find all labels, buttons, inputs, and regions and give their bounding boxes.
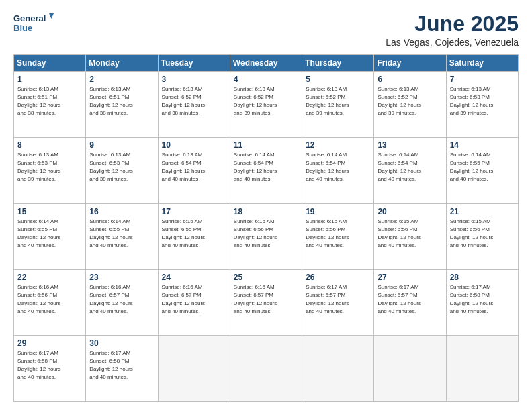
day-info: Sunrise: 6:13 AMSunset: 6:53 PMDaylight:…	[450, 85, 515, 118]
day-number: 18	[234, 207, 298, 216]
day-number: 6	[378, 75, 442, 84]
day-number: 5	[306, 75, 370, 84]
day-info: Sunrise: 6:13 AMSunset: 6:52 PMDaylight:…	[306, 85, 370, 118]
calendar-title: June 2025	[386, 12, 519, 36]
day-info: Sunrise: 6:13 AMSunset: 6:52 PMDaylight:…	[162, 85, 226, 118]
day-info: Sunrise: 6:17 AMSunset: 6:58 PMDaylight:…	[89, 349, 154, 381]
day-number: 4	[234, 75, 298, 84]
day-info: Sunrise: 6:16 AMSunset: 6:57 PMDaylight:…	[162, 283, 226, 316]
calendar-cell	[374, 335, 446, 401]
day-number: 24	[162, 273, 226, 282]
calendar-cell	[158, 335, 230, 401]
calendar-cell: 19Sunrise: 6:15 AMSunset: 6:56 PMDayligh…	[302, 203, 374, 269]
svg-text:Blue: Blue	[13, 23, 32, 33]
day-info: Sunrise: 6:13 AMSunset: 6:54 PMDaylight:…	[162, 151, 226, 183]
calendar-table: Sunday Monday Tuesday Wednesday Thursday…	[13, 54, 519, 402]
day-info: Sunrise: 6:15 AMSunset: 6:56 PMDaylight:…	[234, 218, 298, 250]
day-info: Sunrise: 6:17 AMSunset: 6:57 PMDaylight:…	[306, 283, 370, 316]
col-wednesday: Wednesday	[230, 55, 302, 72]
calendar-cell: 1Sunrise: 6:13 AMSunset: 6:51 PMDaylight…	[14, 72, 86, 138]
day-number: 27	[378, 273, 442, 282]
day-number: 2	[89, 75, 154, 84]
calendar-cell: 29Sunrise: 6:17 AMSunset: 6:58 PMDayligh…	[14, 335, 86, 401]
calendar-cell: 28Sunrise: 6:17 AMSunset: 6:58 PMDayligh…	[446, 269, 518, 335]
calendar-cell: 24Sunrise: 6:16 AMSunset: 6:57 PMDayligh…	[158, 269, 230, 335]
calendar-page: General Blue June 2025 Las Vegas, Cojede…	[0, 0, 532, 411]
day-info: Sunrise: 6:14 AMSunset: 6:55 PMDaylight:…	[450, 151, 515, 183]
calendar-cell: 15Sunrise: 6:14 AMSunset: 6:55 PMDayligh…	[14, 203, 86, 269]
calendar-cell: 8Sunrise: 6:13 AMSunset: 6:53 PMDaylight…	[14, 138, 86, 203]
calendar-cell: 11Sunrise: 6:14 AMSunset: 6:54 PMDayligh…	[230, 138, 302, 203]
calendar-cell: 27Sunrise: 6:17 AMSunset: 6:57 PMDayligh…	[374, 269, 446, 335]
day-info: Sunrise: 6:16 AMSunset: 6:57 PMDaylight:…	[234, 283, 298, 316]
day-number: 11	[234, 140, 298, 150]
day-info: Sunrise: 6:14 AMSunset: 6:54 PMDaylight:…	[378, 151, 442, 183]
calendar-cell: 7Sunrise: 6:13 AMSunset: 6:53 PMDaylight…	[446, 72, 518, 138]
day-number: 15	[17, 207, 82, 216]
calendar-cell: 9Sunrise: 6:13 AMSunset: 6:53 PMDaylight…	[86, 138, 158, 203]
day-number: 8	[17, 140, 82, 150]
day-number: 28	[450, 273, 515, 282]
day-number: 22	[17, 273, 82, 282]
day-number: 1	[17, 75, 82, 84]
day-number: 29	[17, 338, 82, 348]
calendar-cell: 22Sunrise: 6:16 AMSunset: 6:56 PMDayligh…	[14, 269, 86, 335]
calendar-cell: 5Sunrise: 6:13 AMSunset: 6:52 PMDaylight…	[302, 72, 374, 138]
calendar-cell: 3Sunrise: 6:13 AMSunset: 6:52 PMDaylight…	[158, 72, 230, 138]
title-block: June 2025 Las Vegas, Cojedes, Venezuela	[386, 12, 519, 48]
calendar-cell: 14Sunrise: 6:14 AMSunset: 6:55 PMDayligh…	[446, 138, 518, 203]
day-number: 23	[89, 273, 154, 282]
day-info: Sunrise: 6:14 AMSunset: 6:55 PMDaylight:…	[89, 218, 154, 250]
day-number: 17	[162, 207, 226, 216]
header-row: Sunday Monday Tuesday Wednesday Thursday…	[14, 55, 519, 72]
day-info: Sunrise: 6:15 AMSunset: 6:55 PMDaylight:…	[162, 218, 226, 250]
calendar-cell: 16Sunrise: 6:14 AMSunset: 6:55 PMDayligh…	[86, 203, 158, 269]
calendar-cell: 23Sunrise: 6:16 AMSunset: 6:57 PMDayligh…	[86, 269, 158, 335]
calendar-subtitle: Las Vegas, Cojedes, Venezuela	[386, 37, 519, 48]
calendar-cell: 13Sunrise: 6:14 AMSunset: 6:54 PMDayligh…	[374, 138, 446, 203]
day-number: 20	[378, 207, 442, 216]
header: General Blue June 2025 Las Vegas, Cojede…	[13, 12, 519, 48]
col-sunday: Sunday	[14, 55, 86, 72]
day-info: Sunrise: 6:14 AMSunset: 6:54 PMDaylight:…	[234, 151, 298, 183]
day-info: Sunrise: 6:13 AMSunset: 6:52 PMDaylight:…	[378, 85, 442, 118]
day-info: Sunrise: 6:17 AMSunset: 6:58 PMDaylight:…	[17, 349, 82, 381]
calendar-cell: 12Sunrise: 6:14 AMSunset: 6:54 PMDayligh…	[302, 138, 374, 203]
calendar-cell	[302, 335, 374, 401]
day-info: Sunrise: 6:17 AMSunset: 6:57 PMDaylight:…	[378, 283, 442, 316]
calendar-cell: 4Sunrise: 6:13 AMSunset: 6:52 PMDaylight…	[230, 72, 302, 138]
day-number: 16	[89, 207, 154, 216]
day-number: 10	[162, 140, 226, 150]
day-number: 3	[162, 75, 226, 84]
day-info: Sunrise: 6:13 AMSunset: 6:52 PMDaylight:…	[234, 85, 298, 118]
calendar-cell: 18Sunrise: 6:15 AMSunset: 6:56 PMDayligh…	[230, 203, 302, 269]
day-number: 9	[89, 140, 154, 150]
logo-svg: General Blue	[13, 12, 54, 36]
day-info: Sunrise: 6:15 AMSunset: 6:56 PMDaylight:…	[450, 218, 515, 250]
calendar-cell: 21Sunrise: 6:15 AMSunset: 6:56 PMDayligh…	[446, 203, 518, 269]
day-info: Sunrise: 6:14 AMSunset: 6:55 PMDaylight:…	[17, 218, 82, 250]
day-info: Sunrise: 6:13 AMSunset: 6:53 PMDaylight:…	[17, 151, 82, 183]
day-info: Sunrise: 6:17 AMSunset: 6:58 PMDaylight:…	[450, 283, 515, 316]
calendar-cell: 25Sunrise: 6:16 AMSunset: 6:57 PMDayligh…	[230, 269, 302, 335]
calendar-cell: 20Sunrise: 6:15 AMSunset: 6:56 PMDayligh…	[374, 203, 446, 269]
calendar-cell: 6Sunrise: 6:13 AMSunset: 6:52 PMDaylight…	[374, 72, 446, 138]
day-info: Sunrise: 6:14 AMSunset: 6:54 PMDaylight:…	[306, 151, 370, 183]
svg-marker-1	[49, 13, 54, 19]
col-saturday: Saturday	[446, 55, 518, 72]
day-number: 12	[306, 140, 370, 150]
calendar-cell: 2Sunrise: 6:13 AMSunset: 6:51 PMDaylight…	[86, 72, 158, 138]
day-number: 19	[306, 207, 370, 216]
day-info: Sunrise: 6:13 AMSunset: 6:51 PMDaylight:…	[17, 85, 82, 118]
day-info: Sunrise: 6:16 AMSunset: 6:56 PMDaylight:…	[17, 283, 82, 316]
logo: General Blue	[13, 12, 54, 36]
col-monday: Monday	[86, 55, 158, 72]
day-info: Sunrise: 6:16 AMSunset: 6:57 PMDaylight:…	[89, 283, 154, 316]
day-info: Sunrise: 6:15 AMSunset: 6:56 PMDaylight:…	[306, 218, 370, 250]
calendar-cell	[446, 335, 518, 401]
day-number: 26	[306, 273, 370, 282]
col-friday: Friday	[374, 55, 446, 72]
day-number: 7	[450, 75, 515, 84]
svg-text:General: General	[13, 13, 46, 24]
calendar-cell: 30Sunrise: 6:17 AMSunset: 6:58 PMDayligh…	[86, 335, 158, 401]
